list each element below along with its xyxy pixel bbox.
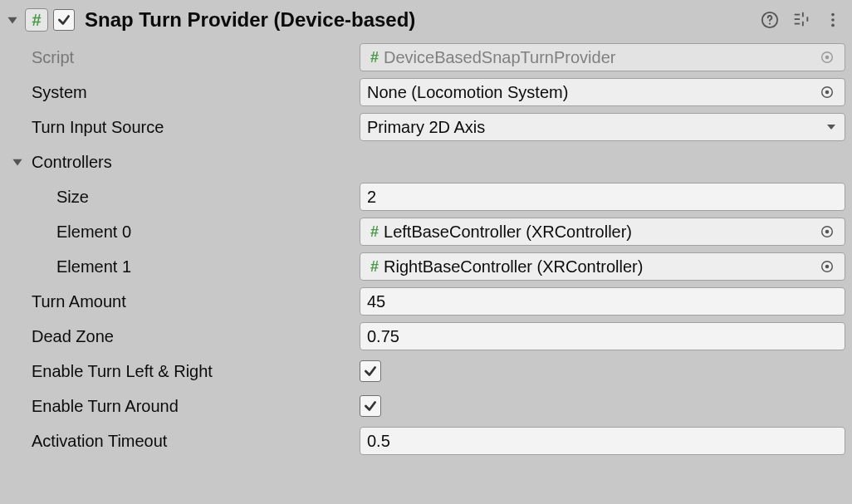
element-0-object-picker-icon[interactable] (816, 221, 838, 242)
row-script: Script # DeviceBasedSnapTurnProvider (2, 40, 850, 75)
svg-point-9 (831, 13, 835, 17)
row-controllers-size: Size 2 (2, 179, 850, 214)
enable-turn-lr-label: Enable Turn Left & Right (32, 362, 360, 381)
foldout-arrow-icon[interactable] (5, 12, 20, 27)
dead-zone-value: 0.75 (367, 327, 838, 346)
enable-turn-lr-checkbox[interactable] (360, 360, 381, 382)
dead-zone-label: Dead Zone (32, 327, 360, 346)
svg-rect-5 (795, 23, 800, 25)
activation-timeout-input[interactable]: 0.5 (360, 427, 845, 455)
script-hash-icon: # (25, 8, 48, 32)
controllers-element-0-value: LeftBaseController (XRController) (384, 223, 816, 242)
controllers-label: Controllers (32, 153, 112, 172)
row-activation-timeout: Activation Timeout 0.5 (2, 423, 850, 458)
header-icons (761, 11, 847, 29)
row-dead-zone: Dead Zone 0.75 (2, 319, 850, 354)
svg-point-21 (825, 265, 830, 269)
turn-amount-input[interactable]: 45 (360, 287, 845, 316)
system-value: None (Locomotion System) (367, 83, 816, 102)
element-1-hash-icon: # (370, 258, 379, 276)
svg-rect-4 (795, 18, 800, 20)
svg-rect-8 (806, 17, 808, 21)
script-value: DeviceBasedSnapTurnProvider (384, 48, 816, 67)
preset-icon[interactable] (792, 11, 810, 29)
controllers-size-input[interactable]: 2 (360, 183, 845, 211)
svg-point-10 (831, 18, 835, 22)
system-field[interactable]: None (Locomotion System) (360, 78, 845, 106)
context-menu-icon[interactable] (824, 11, 842, 29)
script-field: # DeviceBasedSnapTurnProvider (360, 43, 845, 71)
svg-point-19 (825, 230, 830, 234)
script-hash-inline-icon: # (370, 49, 379, 66)
controllers-size-label: Size (56, 188, 360, 207)
system-label: System (32, 83, 360, 102)
component-header: # Snap Turn Provider (Device-based) (2, 0, 850, 40)
controllers-size-value: 2 (367, 188, 838, 207)
inspector-panel: # Snap Turn Provider (Device-based) Scri… (0, 0, 852, 504)
svg-point-15 (825, 91, 830, 95)
element-0-hash-icon: # (370, 223, 379, 241)
svg-point-11 (831, 24, 835, 27)
component-title: Snap Turn Provider (Device-based) (85, 8, 756, 32)
row-enable-turn-around: Enable Turn Around (2, 389, 850, 423)
component-enabled-checkbox[interactable] (53, 9, 75, 31)
dropdown-arrow-icon (825, 120, 838, 134)
dead-zone-input[interactable]: 0.75 (360, 322, 845, 350)
turn-input-source-label: Turn Input Source (32, 118, 360, 137)
help-icon[interactable] (761, 11, 779, 29)
svg-point-13 (825, 56, 830, 60)
row-turn-amount: Turn Amount 45 (2, 284, 850, 319)
svg-rect-7 (802, 22, 804, 27)
controllers-foldout-arrow-icon[interactable] (10, 154, 25, 169)
enable-turn-around-label: Enable Turn Around (32, 397, 360, 416)
row-system: System None (Locomotion System) (2, 75, 850, 110)
row-controllers[interactable]: Controllers (2, 144, 850, 179)
svg-marker-17 (12, 159, 22, 166)
element-1-object-picker-icon[interactable] (816, 256, 838, 277)
turn-amount-value: 45 (367, 292, 838, 311)
turn-amount-label: Turn Amount (32, 292, 360, 311)
row-enable-turn-lr: Enable Turn Left & Right (2, 354, 850, 389)
system-object-picker-icon[interactable] (816, 81, 838, 103)
enable-turn-around-checkbox[interactable] (360, 395, 381, 417)
svg-rect-3 (795, 14, 800, 16)
svg-rect-6 (802, 12, 804, 17)
row-controllers-element-0: Element 0 # LeftBaseController (XRContro… (2, 214, 850, 249)
svg-marker-16 (827, 125, 835, 130)
turn-input-source-value: Primary 2D Axis (367, 118, 825, 137)
controllers-element-1-value: RightBaseController (XRController) (384, 257, 816, 276)
svg-marker-0 (7, 17, 17, 24)
activation-timeout-value: 0.5 (367, 432, 838, 451)
row-controllers-element-1: Element 1 # RightBaseController (XRContr… (2, 249, 850, 284)
row-turn-input-source: Turn Input Source Primary 2D Axis (2, 110, 850, 144)
controllers-element-1-field[interactable]: # RightBaseController (XRController) (360, 252, 845, 281)
turn-input-source-dropdown[interactable]: Primary 2D Axis (360, 113, 845, 141)
svg-point-2 (769, 22, 771, 24)
script-object-picker-icon (816, 46, 838, 68)
controllers-element-1-label: Element 1 (56, 257, 360, 276)
controllers-element-0-field[interactable]: # LeftBaseController (XRController) (360, 218, 845, 246)
script-label: Script (32, 48, 360, 67)
controllers-element-0-label: Element 0 (56, 223, 360, 242)
activation-timeout-label: Activation Timeout (32, 432, 360, 451)
